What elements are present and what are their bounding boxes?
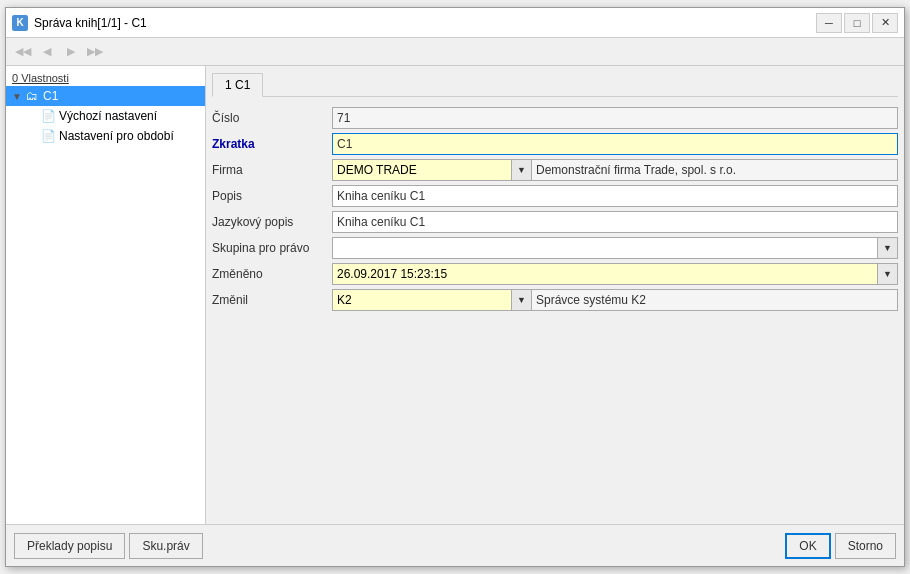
prev-button[interactable]: ◀ — [36, 41, 58, 63]
tree-item-c1[interactable]: ▼ 🗂 C1 — [6, 86, 205, 106]
zmenil-desc-input — [532, 289, 898, 311]
main-window: K Správa knih[1/1] - C1 ─ □ ✕ ◀◀ ◀ ▶ ▶▶ … — [5, 7, 905, 567]
close-button[interactable]: ✕ — [872, 13, 898, 33]
firma-code-input[interactable] — [332, 159, 512, 181]
title-bar-left: K Správa knih[1/1] - C1 — [12, 15, 147, 31]
toolbar: ◀◀ ◀ ▶ ▶▶ — [6, 38, 904, 66]
jazykovy-popis-input[interactable] — [332, 211, 898, 233]
minimize-button[interactable]: ─ — [816, 13, 842, 33]
zkratka-label: Zkratka — [212, 131, 332, 157]
app-icon: K — [12, 15, 28, 31]
ok-button[interactable]: OK — [785, 533, 830, 559]
tree-children: 📄 Výchozí nastavení 📄 Nastavení pro obdo… — [22, 106, 205, 146]
zmeneno-field: ▼ — [332, 261, 898, 287]
preklady-button[interactable]: Překlady popisu — [14, 533, 125, 559]
skupina-composite: ▼ — [332, 237, 898, 259]
tree-item-nastaveni[interactable]: 📄 Nastavení pro období — [22, 126, 205, 146]
tree-spacer2 — [26, 129, 40, 143]
bottom-bar: Překlady popisu Sku.práv OK Storno — [6, 524, 904, 566]
popis-label: Popis — [212, 183, 332, 209]
tree-item-vychozi[interactable]: 📄 Výchozí nastavení — [22, 106, 205, 126]
zmeneno-composite: ▼ — [332, 263, 898, 285]
content-area: 0 Vlastnosti ▼ 🗂 C1 📄 Výchozí nastavení … — [6, 66, 904, 524]
tab-bar: 1 C1 — [212, 72, 898, 97]
zmenil-composite: ▼ — [332, 289, 898, 311]
zmeneno-dropdown-btn[interactable]: ▼ — [878, 263, 898, 285]
main-panel: 1 C1 Číslo Zkratka Firma — [206, 66, 904, 524]
tree-label-c1: C1 — [43, 89, 58, 103]
cislo-label: Číslo — [212, 105, 332, 131]
storno-button[interactable]: Storno — [835, 533, 896, 559]
sidebar: 0 Vlastnosti ▼ 🗂 C1 📄 Výchozí nastavení … — [6, 66, 206, 524]
zkratka-field — [332, 131, 898, 157]
tab-c1[interactable]: 1 C1 — [212, 73, 263, 97]
firma-dropdown-btn[interactable]: ▼ — [512, 159, 532, 181]
jazykovy-popis-field — [332, 209, 898, 235]
skupina-label: Skupina pro právo — [212, 235, 332, 261]
folder-icon: 🗂 — [24, 88, 40, 104]
tree-label-nastaveni: Nastavení pro období — [59, 129, 174, 143]
title-bar: K Správa knih[1/1] - C1 ─ □ ✕ — [6, 8, 904, 38]
skupina-dropdown-btn[interactable]: ▼ — [878, 237, 898, 259]
jazykovy-popis-label: Jazykový popis — [212, 209, 332, 235]
zkratka-input[interactable] — [332, 133, 898, 155]
firma-field: ▼ — [332, 157, 898, 183]
zmenil-code-input[interactable] — [332, 289, 512, 311]
cislo-field — [332, 105, 898, 131]
sidebar-section-label[interactable]: 0 Vlastnosti — [6, 70, 205, 86]
firma-desc-input — [532, 159, 898, 181]
skupina-input[interactable] — [332, 237, 878, 259]
next-button[interactable]: ▶ — [60, 41, 82, 63]
zmenil-label: Změnil — [212, 287, 332, 313]
bottom-left-buttons: Překlady popisu Sku.práv — [14, 533, 203, 559]
doc-icon-1: 📄 — [40, 108, 56, 124]
popis-field — [332, 183, 898, 209]
tree-expand-icon: ▼ — [10, 89, 24, 103]
zmeneno-label: Změněno — [212, 261, 332, 287]
firma-composite: ▼ — [332, 159, 898, 181]
maximize-button[interactable]: □ — [844, 13, 870, 33]
first-button[interactable]: ◀◀ — [12, 41, 34, 63]
cislo-input[interactable] — [332, 107, 898, 129]
skuprav-button[interactable]: Sku.práv — [129, 533, 202, 559]
skupina-field: ▼ — [332, 235, 898, 261]
tree-spacer1 — [26, 109, 40, 123]
firma-label: Firma — [212, 157, 332, 183]
window-title: Správa knih[1/1] - C1 — [34, 16, 147, 30]
zmenil-dropdown-btn[interactable]: ▼ — [512, 289, 532, 311]
tree-label-vychozi: Výchozí nastavení — [59, 109, 157, 123]
zmeneno-input[interactable] — [332, 263, 878, 285]
zmenil-field: ▼ — [332, 287, 898, 313]
bottom-right-buttons: OK Storno — [785, 533, 896, 559]
popis-input[interactable] — [332, 185, 898, 207]
last-button[interactable]: ▶▶ — [84, 41, 106, 63]
title-buttons: ─ □ ✕ — [816, 13, 898, 33]
form-grid: Číslo Zkratka Firma ▼ — [212, 105, 898, 313]
doc-icon-2: 📄 — [40, 128, 56, 144]
